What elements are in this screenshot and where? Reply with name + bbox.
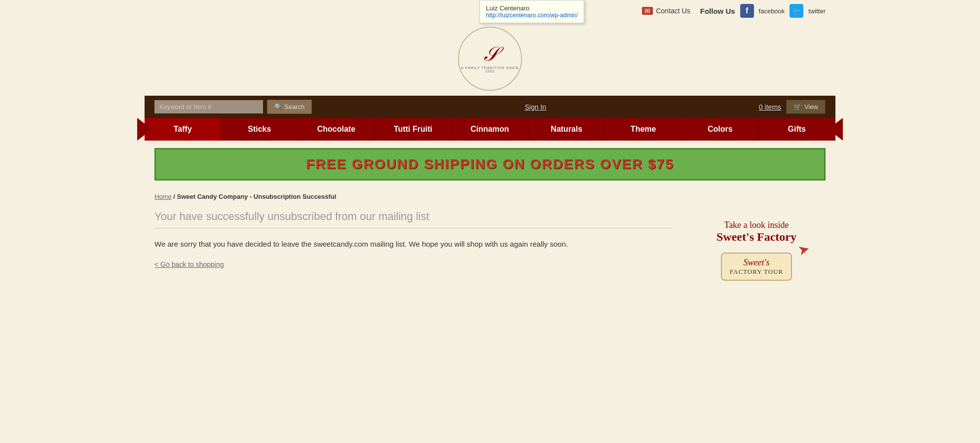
facebook-link[interactable]: facebook [759,7,785,15]
logo-badge: 𝒮 A Family Tradition Since 1892 [458,27,522,91]
nav-cinnamon[interactable]: Cinnamon [452,118,528,141]
body-text: We are sorry that you have decided to le… [154,238,673,250]
contact-us-link[interactable]: Contact Us [656,7,690,15]
sign-in-link[interactable]: Sign In [525,103,546,111]
factory-promo: Take a look inside Sweet's Factory Sweet… [687,220,826,281]
search-button[interactable]: 🔍 Search [267,100,312,114]
content-left: Your have successfully unsubscribed from… [154,210,673,281]
content-right: Take a look inside Sweet's Factory Sweet… [687,210,826,281]
cart-section: 0 items 🛒 View [759,100,826,114]
logo-area: 𝒮 A Family Tradition Since 1892 [145,22,835,96]
search-input[interactable] [154,100,263,113]
twitter-icon[interactable]: 🐦 [790,4,803,18]
nav-colors[interactable]: Colors [682,118,759,141]
browser-tooltip: Luiz Centenaro http://luizcentenaro.com/… [480,0,584,23]
shipping-banner: FREE GROUND SHIPPING ON ORDERS OVER $75 [154,148,826,181]
cart-count: 0 items [759,103,781,111]
factory-badge-script: Sweet's [730,258,783,268]
cart-icon: 🛒 [793,103,801,111]
tooltip-title: Luiz Centenaro [486,4,578,12]
nav-tutti-fruiti[interactable]: Tutti Fruiti [375,118,452,141]
follow-us-label: Follow Us [700,7,735,15]
nav-sticks[interactable]: Sticks [222,118,299,141]
factory-badge-text: FACTORY TOUR [730,268,783,276]
nav-theme[interactable]: Theme [605,118,682,141]
search-cart-bar: 🔍 Search Sign In 0 items 🛒 View [145,96,835,118]
breadcrumb-home[interactable]: Home [154,193,172,200]
factory-promo-line1: Take a look inside [687,220,826,230]
follow-us-section: Follow Us f facebook 🐦 twitter [700,4,826,18]
shipping-text: FREE GROUND SHIPPING ON ORDERS OVER $75 [163,156,817,172]
factory-badge[interactable]: Sweet's FACTORY TOUR [721,253,792,281]
logo-script: 𝒮 [483,44,497,64]
breadcrumb-separator: / [173,193,177,200]
nav-naturals[interactable]: Naturals [528,118,605,141]
nav-bar: Taffy Sticks Chocolate Tutti Fruiti Cinn… [145,118,835,141]
twitter-link[interactable]: twitter [808,7,826,15]
back-to-shopping-link[interactable]: < Go back to shopping [154,260,224,268]
success-heading: Your have successfully unsubscribed from… [154,210,673,228]
logo-tagline: A Family Tradition Since 1892 [459,66,521,73]
main-content: Your have successfully unsubscribed from… [145,205,835,286]
breadcrumb: Home / Sweet Candy Company - Unsubscript… [145,188,835,205]
nav-chocolate[interactable]: Chocolate [298,118,375,141]
search-icon: 🔍 [274,103,282,111]
nav-gifts[interactable]: Gifts [759,118,836,141]
contact-us-section: Contact Us [642,7,690,15]
mail-icon [642,7,653,15]
breadcrumb-current: Sweet Candy Company - Unsubscription Suc… [177,193,337,200]
nav-taffy[interactable]: Taffy [145,118,222,141]
view-cart-button[interactable]: 🛒 View [786,100,826,114]
tooltip-url: http://luizcentenaro.com/wp-admin/ [486,12,578,19]
search-section: 🔍 Search [154,100,312,114]
facebook-icon[interactable]: f [740,4,754,18]
